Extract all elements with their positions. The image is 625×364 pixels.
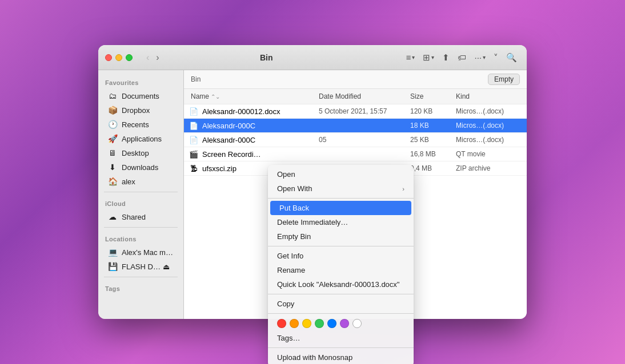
col-header-size[interactable]: Size: [408, 91, 454, 102]
file-kind: QT movie: [454, 150, 522, 158]
sidebar-item-mac[interactable]: 💻 Alex's Mac m…: [102, 245, 180, 259]
col-header-kind[interactable]: Kind: [454, 91, 522, 102]
sidebar-item-label: Shared: [122, 213, 146, 221]
ctx-tags[interactable]: Tags…: [268, 331, 414, 345]
sidebar-item-label: Desktop: [122, 149, 149, 157]
toolbar-icons: ≡ ▾ ⊞ ▾ ⬆ 🏷 ··· ▾ ˅ 🔍: [403, 50, 520, 65]
tag-green[interactable]: [315, 319, 324, 328]
sidebar-item-downloads[interactable]: ⬇ Downloads: [102, 160, 180, 174]
share-icon: ⬆: [442, 52, 450, 63]
sidebar-divider-3: [104, 277, 178, 277]
table-row[interactable]: 📄 Aleksandr-000C 18 KB Micros…(.docx): [184, 119, 527, 133]
ctx-copy[interactable]: Copy: [268, 297, 414, 311]
col-header-date[interactable]: Date Modified: [316, 91, 408, 102]
col-header-name[interactable]: Name ⌃⌄: [189, 91, 316, 102]
ctx-delete-immediately[interactable]: Delete Immediately…: [268, 215, 414, 229]
favourites-label: Favourites: [98, 75, 183, 88]
sort-icon: ⌃⌄: [211, 94, 220, 100]
user-icon: 🏠: [107, 177, 118, 186]
file-type-icon: 📄: [189, 120, 199, 131]
table-row[interactable]: 📄 Aleksandr-000012.docx 5 October 2021, …: [184, 104, 527, 119]
empty-button[interactable]: Empty: [488, 74, 520, 85]
list-view-button[interactable]: ≡ ▾: [403, 50, 418, 64]
documents-icon: 🗂: [107, 91, 118, 100]
ctx-separator-4: [268, 313, 414, 314]
close-button[interactable]: [105, 54, 112, 61]
tag-red[interactable]: [277, 319, 286, 328]
file-type-icon: 🎬: [189, 149, 199, 159]
table-row[interactable]: 🎬 Screen Recordi… 16,8 MB QT movie: [184, 147, 527, 161]
sidebar-item-label: Documents: [122, 92, 159, 100]
chevron-down-icon: ˅: [494, 52, 498, 63]
file-type-icon: 📄: [189, 106, 199, 116]
chevron-down-button[interactable]: ˅: [491, 50, 501, 65]
list-view-chevron: ▾: [412, 54, 415, 60]
downloads-icon: ⬇: [107, 163, 118, 172]
file-date: 05: [316, 136, 408, 144]
recents-icon: 🕐: [107, 120, 118, 129]
file-size: 9,4 MB: [408, 164, 454, 172]
sidebar-item-user[interactable]: 🏠 alex: [102, 175, 180, 188]
tag-blue[interactable]: [327, 319, 336, 328]
sidebar-item-label: FLASH D… ⏏: [122, 262, 170, 271]
search-button[interactable]: 🔍: [503, 50, 520, 65]
search-icon: 🔍: [506, 52, 517, 63]
minimize-button[interactable]: [115, 54, 122, 61]
sidebar-item-label: Dropbox: [122, 106, 150, 115]
back-button[interactable]: ‹: [144, 51, 151, 64]
file-name: Aleksandr-000C: [202, 122, 255, 130]
ctx-quick-look[interactable]: Quick Look "Aleksandr-000013.docx": [268, 277, 414, 292]
locations-label: Locations: [98, 231, 183, 245]
sidebar-item-applications[interactable]: 🚀 Applications: [102, 132, 180, 145]
mac-icon: 💻: [107, 248, 118, 257]
tag-orange[interactable]: [290, 319, 299, 328]
dropbox-icon: 📦: [107, 106, 118, 115]
maximize-button[interactable]: [126, 54, 133, 61]
ctx-empty-bin[interactable]: Empty Bin: [268, 229, 414, 244]
ctx-put-back[interactable]: Put Back: [270, 201, 411, 215]
sidebar-item-label: Applications: [122, 135, 162, 143]
more-button[interactable]: ··· ▾: [471, 50, 488, 64]
sidebar-item-dropbox[interactable]: 📦 Dropbox: [102, 103, 180, 117]
tag-yellow[interactable]: [302, 319, 311, 328]
ctx-separator-1: [268, 198, 414, 199]
ctx-upload-monosnap[interactable]: Upload with Monosnap: [268, 350, 414, 364]
share-button[interactable]: ⬆: [439, 50, 452, 65]
file-kind: Micros…(.docx): [454, 122, 522, 130]
file-date: 5 October 2021, 15:57: [316, 107, 408, 115]
sidebar-item-documents[interactable]: 🗂 Documents: [102, 89, 180, 103]
grid-view-icon: ⊞: [423, 52, 430, 63]
sidebar-item-desktop[interactable]: 🖥 Desktop: [102, 146, 180, 160]
table-row[interactable]: 📄 Aleksandr-000C 05 25 KB Micros…(.docx): [184, 133, 527, 147]
sidebar: Favourites 🗂 Documents 📦 Dropbox 🕐 Recen…: [98, 70, 184, 319]
traffic-lights: [105, 54, 133, 61]
tag-button[interactable]: 🏷: [455, 50, 469, 64]
forward-button[interactable]: ›: [154, 51, 161, 64]
ctx-rename[interactable]: Rename: [268, 263, 414, 277]
file-size: 25 KB: [408, 136, 454, 144]
grid-view-button[interactable]: ⊞ ▾: [420, 50, 437, 65]
file-kind: ZIP archive: [454, 164, 522, 172]
grid-view-chevron: ▾: [431, 54, 434, 60]
sidebar-item-label: Recents: [122, 120, 149, 129]
sidebar-item-label: Downloads: [122, 163, 158, 172]
file-size: 120 KB: [408, 107, 454, 115]
tag-icon: 🏷: [458, 52, 466, 62]
ctx-open-with[interactable]: Open With ›: [268, 181, 414, 196]
file-kind: Micros…(.docx): [454, 107, 522, 115]
breadcrumb: Bin: [191, 75, 201, 83]
ctx-tags-row: [268, 316, 414, 331]
sidebar-item-shared[interactable]: ☁ Shared: [102, 210, 180, 224]
ctx-get-info[interactable]: Get Info: [268, 249, 414, 263]
tag-none[interactable]: [352, 319, 362, 328]
tag-purple[interactable]: [340, 319, 349, 328]
sidebar-item-flash[interactable]: 💾 FLASH D… ⏏: [102, 260, 180, 273]
file-type-icon: 📄: [189, 135, 199, 145]
ctx-open[interactable]: Open: [268, 167, 414, 181]
ctx-copy-label: Copy: [277, 300, 294, 308]
sidebar-item-recents[interactable]: 🕐 Recents: [102, 118, 180, 131]
ctx-open-with-label: Open With: [277, 184, 312, 193]
ctx-rename-label: Rename: [277, 266, 305, 274]
file-name: Aleksandr-000012.docx: [202, 107, 281, 116]
sidebar-divider-2: [104, 227, 178, 228]
